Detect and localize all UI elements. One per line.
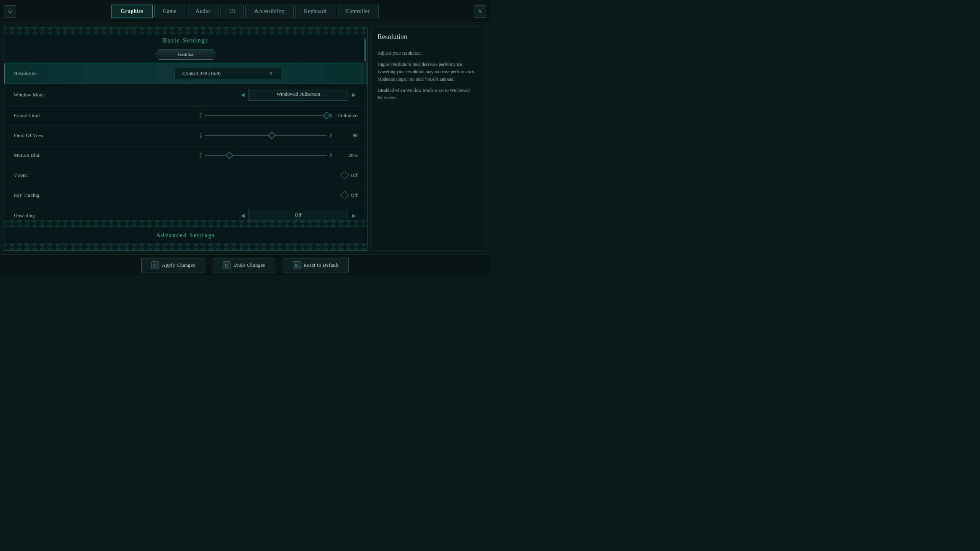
nav-tab-controller[interactable]: Controller (337, 5, 379, 18)
setting-control-frame_limit: ⟪ ⟫ Unlimited (98, 112, 358, 119)
gamma-button[interactable]: Gamma (154, 49, 217, 60)
apply-changes-button[interactable]: C Apply Changes (141, 258, 205, 272)
undo-changes-label: Undo Changes (234, 262, 265, 268)
slider-right-double-field_of_view[interactable]: ⟫ (329, 132, 332, 139)
slider-value-frame_limit: Unlimited (335, 112, 358, 119)
scrollbar-thumb[interactable] (364, 39, 366, 62)
basic-settings-title: Basic Settings (4, 34, 367, 47)
advanced-settings-section: Advanced Settings (4, 220, 367, 250)
reset-default-button[interactable]: R Reset to Default (283, 258, 349, 272)
info-divider (377, 45, 480, 45)
setting-control-field_of_view: ⟪ ⟫ 90 (98, 132, 358, 139)
setting-row-ray_tracing: Ray Tracing Off (8, 185, 363, 205)
slider-track-field_of_view[interactable] (204, 135, 327, 136)
advanced-settings-title: Advanced Settings (156, 230, 215, 240)
apply-changes-label: Apply Changes (162, 262, 195, 268)
nav-tab-keyboard[interactable]: Keyboard (295, 5, 335, 18)
slider-value-field_of_view: 90 (335, 132, 358, 139)
nav-tab-graphics[interactable]: Graphics (111, 5, 152, 18)
setting-row-field_of_view: Field Of View ⟪ ⟫ 90 (8, 126, 363, 145)
q-key-icon: Q (8, 8, 12, 14)
setting-control-resolution: 2,560x1,440 (16:9) ▼ (98, 68, 357, 79)
nav-tab-audio[interactable]: Audio (187, 5, 219, 18)
setting-label-frame_limit: Frame Limit (14, 112, 98, 119)
slider-left-double-field_of_view[interactable]: ⟪ (199, 132, 202, 139)
slider-left-double-motion_blur[interactable]: ⟪ (199, 152, 202, 158)
advanced-settings-titlebar: Advanced Settings (4, 227, 367, 243)
slider-thumb-field_of_view[interactable] (268, 132, 276, 139)
setting-control-ray_tracing: Off (98, 192, 358, 198)
info-desc-3: Disabled when Window Mode is set to Wind… (377, 87, 480, 101)
nav-prev-button[interactable]: Q (4, 5, 16, 18)
slider-frame_limit: ⟪ ⟫ Unlimited (98, 112, 358, 119)
selector-window_mode: ◀ Windowed Fullscreen ▶ (98, 89, 358, 101)
info-desc-1: Adjusts your resolution. (377, 50, 480, 57)
selector-right-arrow-window_mode[interactable]: ▶ (350, 91, 358, 98)
setting-label-vsync: VSync (14, 172, 98, 178)
bottom-bar: C Apply Changes U Undo Changes R Reset t… (0, 254, 490, 276)
slider-value-motion_blur: 20% (335, 152, 358, 158)
nav-tab-accessibility[interactable]: Accessibility (245, 5, 294, 18)
toggle-diamond-vsync[interactable] (340, 171, 349, 179)
setting-row-window_mode: Window Mode ◀ Windowed Fullscreen ▶ (8, 84, 363, 106)
info-panel: Resolution Adjusts your resolution. High… (371, 27, 486, 251)
setting-label-upscaling: Upscaling (14, 213, 98, 219)
info-desc-2: Higher resolutions may decrease performa… (377, 61, 480, 83)
slider-right-double-motion_blur[interactable]: ⟫ (329, 152, 332, 158)
undo-changes-button[interactable]: U Undo Changes (213, 258, 275, 272)
undo-key-icon: U (223, 261, 230, 269)
bottom-decoration (4, 220, 367, 227)
setting-label-window_mode: Window Mode (14, 92, 98, 98)
selector-box-window_mode: Windowed Fullscreen (248, 89, 348, 101)
settings-panel: Basic Settings Gamma Resolution 2,560x1,… (4, 27, 368, 251)
setting-control-motion_blur: ⟪ ⟫ 20% (98, 152, 358, 158)
setting-row-vsync: VSync Off (8, 165, 363, 185)
slider-thumb-motion_blur[interactable] (225, 152, 233, 159)
slider-track-motion_blur[interactable] (204, 155, 327, 156)
dropdown-arrow-resolution: ▼ (269, 71, 273, 77)
slider-field_of_view: ⟪ ⟫ 90 (98, 132, 358, 139)
gamma-section: Gamma (4, 49, 367, 60)
nav-tabs: GraphicsGameAudioUIAccessibilityKeyboard… (111, 5, 378, 18)
selector-right-arrow-upscaling[interactable]: ▶ (350, 212, 358, 219)
reset-key-icon: R (293, 261, 301, 269)
dropdown-resolution[interactable]: 2,560x1,440 (16:9) ▼ (174, 68, 281, 79)
nav-tab-game[interactable]: Game (154, 5, 185, 18)
top-decoration (4, 27, 367, 34)
main-content: Basic Settings Gamma Resolution 2,560x1,… (0, 23, 490, 254)
setting-label-ray_tracing: Ray Tracing (14, 192, 98, 198)
slider-motion_blur: ⟪ ⟫ 20% (98, 152, 358, 158)
setting-row-resolution: Resolution 2,560x1,440 (16:9) ▼ (4, 63, 367, 84)
selector-left-arrow-upscaling[interactable]: ◀ (239, 212, 247, 219)
setting-label-motion_blur: Motion Blur (14, 152, 98, 158)
toggle-value-vsync: Off (351, 172, 358, 178)
setting-label-resolution: Resolution (14, 70, 98, 77)
reset-default-label: Reset to Default (304, 262, 339, 268)
slider-track-frame_limit[interactable] (204, 115, 327, 116)
nav-close-button[interactable]: X (474, 5, 486, 18)
bottom-decoration-2 (4, 243, 367, 250)
setting-control-window_mode: ◀ Windowed Fullscreen ▶ (98, 89, 358, 101)
setting-control-vsync: Off (98, 172, 358, 178)
apply-key-icon: C (151, 261, 159, 269)
scrollbar[interactable] (364, 35, 366, 227)
dropdown-value-resolution: 2,560x1,440 (16:9) (182, 70, 220, 77)
info-panel-text: Adjusts your resolution. Higher resoluti… (377, 50, 480, 101)
nav-tab-ui[interactable]: UI (220, 5, 244, 18)
setting-label-field_of_view: Field Of View (14, 132, 98, 139)
toggle-vsync: Off (98, 172, 358, 178)
toggle-diamond-ray_tracing[interactable] (340, 191, 349, 199)
toggle-ray_tracing: Off (98, 192, 358, 198)
setting-row-motion_blur: Motion Blur ⟪ ⟫ 20% (8, 145, 363, 165)
settings-list: Resolution 2,560x1,440 (16:9) ▼ Window M… (4, 63, 367, 227)
x-key-icon: X (479, 8, 482, 14)
top-navigation: Q GraphicsGameAudioUIAccessibilityKeyboa… (0, 0, 490, 23)
selector-left-arrow-window_mode[interactable]: ◀ (239, 91, 247, 98)
toggle-value-ray_tracing: Off (351, 192, 358, 198)
slider-left-double-frame_limit[interactable]: ⟪ (199, 112, 202, 119)
setting-row-frame_limit: Frame Limit ⟪ ⟫ Unlimited (8, 106, 363, 126)
info-panel-title: Resolution (377, 33, 480, 41)
